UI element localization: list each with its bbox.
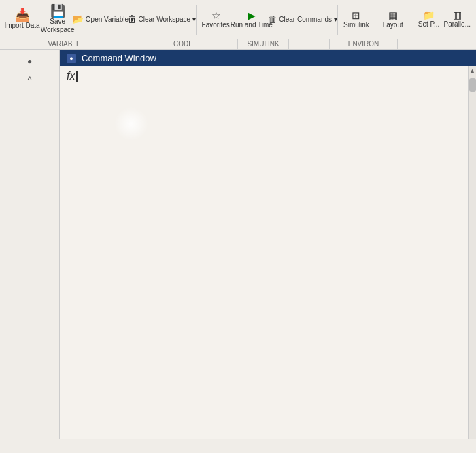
command-window-body[interactable]: fx (60, 66, 468, 439)
cursor (76, 71, 78, 82)
command-window-header: ● Command Window (60, 50, 476, 66)
clear-workspace-icon: 🗑 (127, 14, 137, 24)
command-prompt: fx (67, 70, 461, 82)
code-section-label: CODE (129, 39, 238, 49)
separator-3 (375, 5, 375, 35)
command-window-collapse-button[interactable]: ● (67, 54, 76, 63)
collapse-dot-icon: ● (69, 55, 73, 62)
collapse-circle-icon: ● (27, 56, 32, 66)
simulink-icon: ⊞ (352, 10, 360, 20)
favorites-icon: ☆ (211, 10, 220, 20)
import-data-icon: 📥 (15, 9, 30, 21)
layout-button[interactable]: ▦ Layout (381, 8, 405, 31)
clear-commands-label: Clear Commands ▾ (279, 16, 337, 24)
clear-commands-button[interactable]: 🗑 Clear Commands ▾ (273, 13, 332, 27)
set-path-icon: 📁 (423, 10, 435, 20)
layout-icon: ▦ (388, 10, 398, 20)
import-data-label: Import Data (4, 22, 39, 30)
variable-section-label: VARIABLE (0, 39, 129, 49)
environ-section-label: ENVIRON (330, 39, 398, 49)
simulink-label: Simulink (343, 21, 369, 29)
main-content: ● ^ ● Command Window fx ▲ (0, 50, 476, 439)
simulink-button[interactable]: ⊞ Simulink (343, 8, 369, 31)
simulink-section-label: SIMULINK (238, 39, 289, 49)
vertical-scrollbar[interactable]: ▲ (468, 66, 476, 439)
clear-workspace-label: Clear Workspace ▾ (139, 16, 196, 24)
parallel-label: Paralle... (444, 20, 471, 29)
up-arrow-icon: ^ (27, 75, 32, 86)
fx-symbol: fx (67, 70, 75, 82)
glare-spot (114, 107, 148, 141)
parallel-icon: ▥ (453, 10, 462, 20)
separator-2 (337, 5, 338, 35)
section-labels-bar: VARIABLE CODE SIMULINK ENVIRON (0, 39, 476, 50)
save-icon: 💾 (50, 5, 65, 17)
favorites-label: Favorites (202, 21, 230, 29)
set-path-button[interactable]: 📁 Set P... (417, 8, 441, 31)
run-and-time-button[interactable]: ▶ Run and Time (233, 8, 271, 31)
command-window-wrapper: ● Command Window fx ▲ (60, 50, 476, 439)
set-path-label: Set P... (418, 20, 440, 29)
command-window-title: Command Window (82, 53, 156, 63)
parallel-button[interactable]: ▥ Paralle... (444, 8, 471, 31)
separator-4 (411, 5, 411, 35)
sidebar-collapse-button[interactable]: ● (22, 53, 38, 69)
open-variable-icon: 📂 (72, 14, 84, 24)
scrollbar-thumb[interactable] (469, 78, 476, 92)
layout-section-label (289, 39, 330, 49)
open-variable-button[interactable]: 📂 Open Variable ▾ (76, 12, 129, 27)
layout-label: Layout (383, 21, 403, 29)
sidebar: ● ^ (0, 50, 60, 439)
run-and-time-label: Run and Time (231, 21, 273, 29)
save-workspace-button[interactable]: 💾 SaveWorkspace (41, 3, 73, 36)
import-data-button[interactable]: 📥 Import Data (5, 7, 39, 32)
scroll-up-button[interactable]: ▲ (468, 66, 476, 76)
favorites-button[interactable]: ☆ Favorites (202, 8, 230, 31)
sidebar-up-arrow-button[interactable]: ^ (22, 72, 38, 88)
run-icon: ▶ (248, 10, 256, 20)
save-label: SaveWorkspace (41, 18, 75, 34)
toolbar: 📥 Import Data 💾 SaveWorkspace 📂 Open Var… (0, 0, 476, 39)
clear-workspace-button[interactable]: 🗑 Clear Workspace ▾ (132, 12, 190, 27)
clear-commands-icon: 🗑 (268, 15, 277, 24)
separator-1 (196, 5, 197, 35)
